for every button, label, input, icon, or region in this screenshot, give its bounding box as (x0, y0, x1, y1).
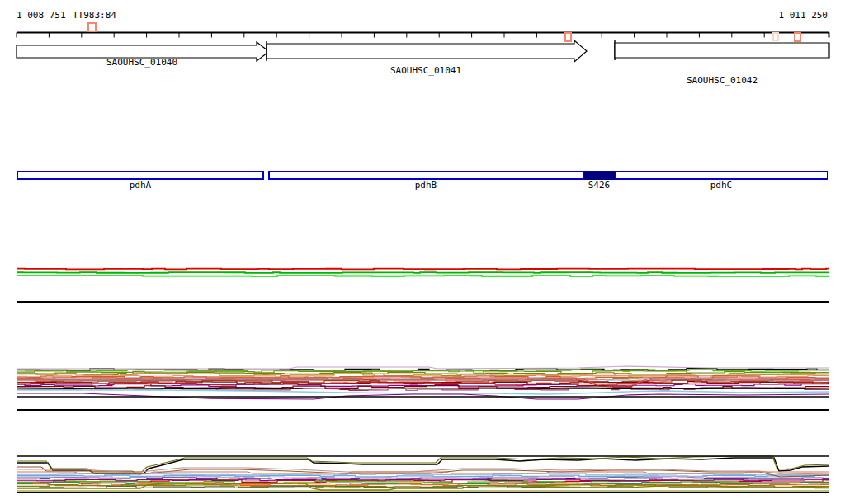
feature-label-S426: S426 (588, 181, 611, 190)
gene-label-SAOUHSC_01042: SAOUHSC_01042 (687, 76, 758, 85)
marker-right-box[interactable] (794, 32, 801, 42)
feature-box-pdhB[interactable] (268, 171, 584, 180)
gene-label-SAOUHSC_01040: SAOUHSC_01040 (106, 58, 177, 67)
feature-box-pdhC[interactable] (615, 171, 828, 180)
ruler-marker-label: TT983:84 (73, 11, 116, 20)
ruler-left-position-label: 1 008 751 (17, 11, 66, 20)
ruler-right-position-label: 1 011 250 (778, 11, 828, 20)
marker-right-pale-box[interactable] (772, 32, 779, 41)
marker-mid-box[interactable] (564, 32, 572, 42)
genome-browser-window: 1 008 751 TT983:84 1 011 250 SAOUHSC_010… (0, 0, 845, 504)
plot-top-line (17, 276, 829, 276)
feature-box-S426[interactable] (584, 171, 615, 180)
feature-label-pdhA: pdhA (130, 181, 152, 190)
gene-shape-SAOUHSC_01041[interactable] (267, 40, 587, 62)
marker-TT983-84-box[interactable] (87, 22, 97, 32)
plot-top-line (17, 269, 829, 270)
feature-box-pdhA[interactable] (17, 171, 264, 180)
plot-middle-line (17, 390, 829, 394)
gene-shape-SAOUHSC_01042[interactable] (615, 43, 829, 58)
feature-label-pdhC: pdhC (710, 181, 733, 190)
feature-label-pdhB: pdhB (415, 181, 437, 190)
plot-top-line (17, 272, 829, 273)
gene-label-SAOUHSC_01041: SAOUHSC_01041 (390, 66, 461, 75)
